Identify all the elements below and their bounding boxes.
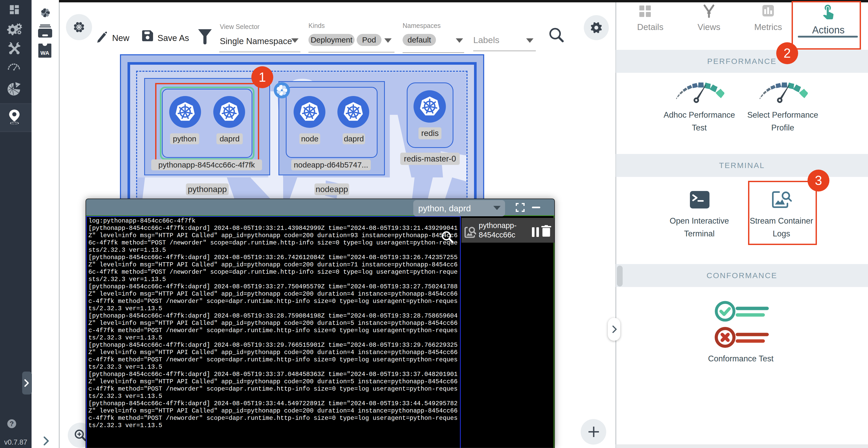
svg-text:WA: WA [40, 50, 49, 56]
